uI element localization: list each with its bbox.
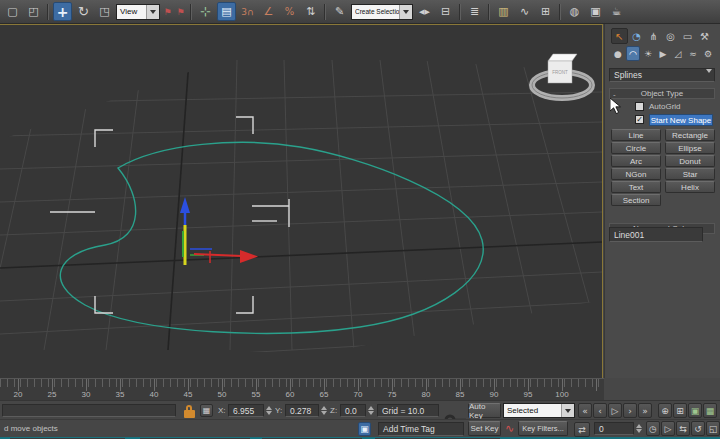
select-and-move-icon[interactable]: + — [53, 2, 72, 21]
edit-named-selection-sets-icon[interactable]: ✎ — [330, 2, 349, 21]
timeline-ruler[interactable]: 20 25 30 35 40 45 50 55 60 65 70 75 80 8… — [0, 378, 604, 401]
scale-icon[interactable]: ◳ — [95, 2, 114, 21]
spline-shape[interactable] — [60, 142, 483, 333]
align-icon[interactable]: ⊟ — [436, 2, 455, 21]
start-new-shape-button[interactable]: Start New Shape — [649, 114, 713, 126]
viewcube[interactable]: FRONT — [532, 54, 592, 98]
circle-button[interactable]: Circle — [611, 142, 661, 154]
dropdown-arrow-icon[interactable] — [706, 73, 712, 83]
rotate-icon[interactable]: ↻ — [74, 2, 93, 21]
track-bar[interactable] — [2, 404, 176, 417]
absolute-offset-toggle-icon[interactable]: ▦ — [200, 404, 213, 417]
dropdown-arrow-icon[interactable] — [399, 5, 412, 19]
new-key-curve-icon[interactable]: ∿ — [503, 421, 516, 436]
current-frame-field[interactable]: 0 — [594, 422, 634, 435]
percent-snap-icon[interactable]: % — [280, 2, 299, 21]
star-button[interactable]: Star — [665, 168, 715, 180]
window-crossing-icon[interactable]: ◰ — [24, 2, 43, 21]
category-lights-icon[interactable]: ☀ — [641, 46, 655, 61]
zoom-extents-button[interactable]: ▣ — [688, 403, 702, 418]
section-button[interactable]: Section — [611, 194, 661, 206]
category-geometry-icon[interactable]: ● — [611, 46, 625, 61]
helix-button[interactable]: Helix — [665, 181, 715, 193]
z-spinner[interactable] — [367, 404, 374, 417]
start-new-shape-checkbox[interactable]: ✓ — [635, 115, 644, 124]
dropdown-arrow-icon[interactable] — [146, 5, 159, 19]
zoom-button[interactable]: ⊕ — [658, 403, 672, 418]
maximize-viewport-button[interactable]: ◱ — [706, 421, 720, 436]
text-button[interactable]: Text — [611, 181, 661, 193]
x-spinner[interactable] — [265, 404, 272, 417]
tab-modify[interactable]: ◔ — [628, 28, 645, 44]
arc-button[interactable]: Arc — [611, 155, 661, 167]
viewport-canvas[interactable]: FRONT — [0, 25, 602, 379]
render-production-icon[interactable]: ☕ — [607, 2, 626, 21]
category-cameras-icon[interactable]: ▶ — [656, 46, 670, 61]
x-coordinate-field[interactable]: 6.955 — [228, 404, 264, 417]
play-button[interactable]: ▷ — [608, 403, 622, 418]
auto-key-button[interactable]: Auto Key — [468, 403, 501, 418]
category-systems-icon[interactable]: ⚙ — [701, 46, 715, 61]
set-key-button[interactable]: Set Key — [468, 421, 501, 436]
render-setup-icon[interactable]: ◍ — [565, 2, 584, 21]
ngon-button[interactable]: NGon — [611, 168, 661, 180]
time-configuration-button[interactable]: ◷ — [646, 421, 660, 436]
perspective-viewport[interactable]: FRONT — [0, 24, 603, 379]
rectangular-selection-icon[interactable]: ▢ — [3, 2, 22, 21]
use-pivot-center-icon[interactable]: ⚑ — [162, 2, 173, 21]
donut-button[interactable]: Donut — [665, 155, 715, 167]
schematic-view-icon[interactable]: ⊞ — [536, 2, 555, 21]
previous-frame-button[interactable]: ‹ — [593, 403, 607, 418]
next-frame-button[interactable]: › — [623, 403, 637, 418]
named-selection-set-dropdown[interactable]: Create Selection Se — [351, 4, 413, 20]
reference-coordinate-dropdown[interactable]: View — [116, 4, 160, 20]
angle-snap-icon[interactable]: ∠ — [259, 2, 278, 21]
select-and-manipulate-icon[interactable]: ⊹ — [196, 2, 215, 21]
zoom-extents-all-button[interactable]: ▦ — [703, 403, 717, 418]
use-selection-center-icon[interactable]: ⚑ — [175, 2, 186, 21]
orbit-button[interactable]: ↺ — [691, 421, 705, 436]
object-type-rollout-header[interactable]: - Object Type — [609, 88, 715, 99]
tab-utilities[interactable]: ⚒ — [696, 28, 713, 44]
tab-create[interactable]: ↖ — [611, 28, 628, 44]
shape-type-dropdown[interactable]: Splines — [609, 68, 715, 82]
selection-lock-toggle-icon[interactable]: ▣ — [358, 422, 371, 436]
key-filters-button[interactable]: Key Filters... — [518, 421, 568, 436]
category-spacewarps-icon[interactable]: ≈ — [686, 46, 700, 61]
tab-display[interactable]: ▭ — [679, 28, 696, 44]
category-helpers-icon[interactable]: ◿ — [671, 46, 685, 61]
field-of-view-button[interactable]: ▷ — [661, 421, 675, 436]
pan-button[interactable]: ⇆ — [676, 421, 690, 436]
mirror-icon[interactable]: ◀▶ — [415, 2, 434, 21]
keyboard-shortcut-override-icon[interactable]: ▤ — [217, 2, 236, 21]
y-spinner[interactable] — [320, 404, 327, 417]
selection-lock-icon[interactable] — [184, 405, 196, 418]
object-name-field[interactable]: Line001 — [609, 227, 703, 242]
y-coordinate-field[interactable]: 0.278 — [285, 404, 319, 417]
key-mode-toggle-icon[interactable]: ⇄ — [574, 422, 590, 437]
tab-hierarchy[interactable]: ⋔ — [645, 28, 662, 44]
layer-manager-icon[interactable]: ≣ — [465, 2, 484, 21]
command-panel: ↖ ◔ ⋔ ◎ ▭ ⚒ ● ◠ ☀ ▶ ◿ ≈ ⚙ Splines - Obje… — [604, 24, 720, 439]
autogrid-checkbox[interactable] — [635, 102, 644, 111]
spinner-snap-icon[interactable]: ⇅ — [301, 2, 320, 21]
zoom-all-button[interactable]: ⊞ — [673, 403, 687, 418]
tab-motion[interactable]: ◎ — [662, 28, 679, 44]
go-to-start-button[interactable]: « — [578, 403, 592, 418]
object-type-title: Object Type — [641, 89, 684, 98]
key-selection-dropdown[interactable]: Selected — [503, 403, 575, 418]
z-coordinate-field[interactable]: 0.0 — [340, 404, 366, 417]
add-time-tag-field[interactable]: Add Time Tag — [378, 422, 464, 436]
rendered-frame-window-icon[interactable]: ▣ — [586, 2, 605, 21]
curve-editor-icon[interactable]: ∿ — [515, 2, 534, 21]
rectangle-button[interactable]: Rectangle — [665, 129, 715, 141]
go-to-end-button[interactable]: » — [638, 403, 652, 418]
line-button[interactable]: Line — [611, 129, 661, 141]
frame-spinner[interactable] — [635, 422, 642, 435]
ellipse-button[interactable]: Ellipse — [665, 142, 715, 154]
dropdown-arrow-icon[interactable] — [561, 404, 574, 417]
category-shapes-icon[interactable]: ◠ — [626, 46, 640, 61]
snaps-toggle-icon[interactable]: 3∩ — [238, 2, 257, 21]
move-gizmo[interactable] — [180, 197, 258, 265]
container-icon[interactable]: ▥ — [494, 2, 513, 21]
